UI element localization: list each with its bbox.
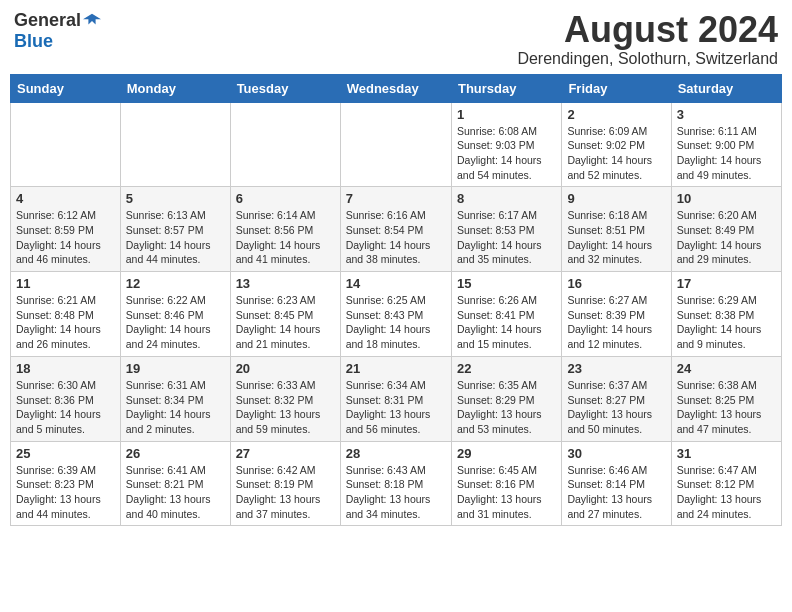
day-info: Sunrise: 6:42 AM Sunset: 8:19 PM Dayligh… [236,463,335,522]
day-info: Sunrise: 6:45 AM Sunset: 8:16 PM Dayligh… [457,463,556,522]
day-number: 27 [236,446,335,461]
calendar-cell: 28Sunrise: 6:43 AM Sunset: 8:18 PM Dayli… [340,441,451,526]
calendar-cell: 20Sunrise: 6:33 AM Sunset: 8:32 PM Dayli… [230,356,340,441]
day-number: 25 [16,446,115,461]
calendar-day-header: Saturday [671,74,781,102]
day-number: 16 [567,276,665,291]
day-info: Sunrise: 6:31 AM Sunset: 8:34 PM Dayligh… [126,378,225,437]
day-number: 23 [567,361,665,376]
calendar-cell: 31Sunrise: 6:47 AM Sunset: 8:12 PM Dayli… [671,441,781,526]
calendar-cell: 27Sunrise: 6:42 AM Sunset: 8:19 PM Dayli… [230,441,340,526]
calendar-week-row: 11Sunrise: 6:21 AM Sunset: 8:48 PM Dayli… [11,272,782,357]
day-number: 7 [346,191,446,206]
calendar-cell: 3Sunrise: 6:11 AM Sunset: 9:00 PM Daylig… [671,102,781,187]
day-info: Sunrise: 6:18 AM Sunset: 8:51 PM Dayligh… [567,208,665,267]
calendar-cell: 4Sunrise: 6:12 AM Sunset: 8:59 PM Daylig… [11,187,121,272]
calendar-cell: 5Sunrise: 6:13 AM Sunset: 8:57 PM Daylig… [120,187,230,272]
day-number: 8 [457,191,556,206]
calendar-day-header: Tuesday [230,74,340,102]
calendar-body: 1Sunrise: 6:08 AM Sunset: 9:03 PM Daylig… [11,102,782,526]
calendar-cell: 25Sunrise: 6:39 AM Sunset: 8:23 PM Dayli… [11,441,121,526]
calendar-day-header: Wednesday [340,74,451,102]
calendar-cell [120,102,230,187]
calendar-cell: 24Sunrise: 6:38 AM Sunset: 8:25 PM Dayli… [671,356,781,441]
calendar-day-header: Thursday [451,74,561,102]
day-info: Sunrise: 6:12 AM Sunset: 8:59 PM Dayligh… [16,208,115,267]
calendar-cell: 10Sunrise: 6:20 AM Sunset: 8:49 PM Dayli… [671,187,781,272]
calendar-cell: 14Sunrise: 6:25 AM Sunset: 8:43 PM Dayli… [340,272,451,357]
day-number: 30 [567,446,665,461]
month-title: August 2024 [517,10,778,50]
calendar-cell: 21Sunrise: 6:34 AM Sunset: 8:31 PM Dayli… [340,356,451,441]
day-number: 24 [677,361,776,376]
day-info: Sunrise: 6:11 AM Sunset: 9:00 PM Dayligh… [677,124,776,183]
calendar-cell: 1Sunrise: 6:08 AM Sunset: 9:03 PM Daylig… [451,102,561,187]
calendar-header-row: SundayMondayTuesdayWednesdayThursdayFrid… [11,74,782,102]
calendar-cell: 23Sunrise: 6:37 AM Sunset: 8:27 PM Dayli… [562,356,671,441]
day-info: Sunrise: 6:46 AM Sunset: 8:14 PM Dayligh… [567,463,665,522]
calendar-cell: 18Sunrise: 6:30 AM Sunset: 8:36 PM Dayli… [11,356,121,441]
day-number: 26 [126,446,225,461]
calendar-day-header: Friday [562,74,671,102]
calendar-cell [230,102,340,187]
day-info: Sunrise: 6:13 AM Sunset: 8:57 PM Dayligh… [126,208,225,267]
calendar-cell: 7Sunrise: 6:16 AM Sunset: 8:54 PM Daylig… [340,187,451,272]
logo-general-text: General [14,10,81,31]
calendar-cell [340,102,451,187]
day-number: 10 [677,191,776,206]
day-info: Sunrise: 6:30 AM Sunset: 8:36 PM Dayligh… [16,378,115,437]
logo-blue-text: Blue [14,31,53,52]
calendar-cell: 12Sunrise: 6:22 AM Sunset: 8:46 PM Dayli… [120,272,230,357]
day-number: 18 [16,361,115,376]
day-number: 29 [457,446,556,461]
day-number: 21 [346,361,446,376]
day-info: Sunrise: 6:27 AM Sunset: 8:39 PM Dayligh… [567,293,665,352]
day-info: Sunrise: 6:23 AM Sunset: 8:45 PM Dayligh… [236,293,335,352]
day-info: Sunrise: 6:47 AM Sunset: 8:12 PM Dayligh… [677,463,776,522]
day-number: 31 [677,446,776,461]
calendar-day-header: Sunday [11,74,121,102]
day-number: 4 [16,191,115,206]
day-info: Sunrise: 6:38 AM Sunset: 8:25 PM Dayligh… [677,378,776,437]
day-info: Sunrise: 6:14 AM Sunset: 8:56 PM Dayligh… [236,208,335,267]
day-number: 1 [457,107,556,122]
day-number: 5 [126,191,225,206]
day-info: Sunrise: 6:26 AM Sunset: 8:41 PM Dayligh… [457,293,556,352]
day-info: Sunrise: 6:35 AM Sunset: 8:29 PM Dayligh… [457,378,556,437]
day-info: Sunrise: 6:39 AM Sunset: 8:23 PM Dayligh… [16,463,115,522]
day-info: Sunrise: 6:37 AM Sunset: 8:27 PM Dayligh… [567,378,665,437]
title-area: August 2024 Derendingen, Solothurn, Swit… [517,10,778,68]
day-info: Sunrise: 6:16 AM Sunset: 8:54 PM Dayligh… [346,208,446,267]
calendar-cell: 6Sunrise: 6:14 AM Sunset: 8:56 PM Daylig… [230,187,340,272]
day-number: 12 [126,276,225,291]
calendar-week-row: 4Sunrise: 6:12 AM Sunset: 8:59 PM Daylig… [11,187,782,272]
day-number: 2 [567,107,665,122]
calendar-cell [11,102,121,187]
day-number: 11 [16,276,115,291]
calendar-cell: 13Sunrise: 6:23 AM Sunset: 8:45 PM Dayli… [230,272,340,357]
day-info: Sunrise: 6:43 AM Sunset: 8:18 PM Dayligh… [346,463,446,522]
day-number: 28 [346,446,446,461]
day-number: 22 [457,361,556,376]
calendar-cell: 26Sunrise: 6:41 AM Sunset: 8:21 PM Dayli… [120,441,230,526]
calendar-cell: 9Sunrise: 6:18 AM Sunset: 8:51 PM Daylig… [562,187,671,272]
day-number: 3 [677,107,776,122]
day-number: 14 [346,276,446,291]
calendar-cell: 17Sunrise: 6:29 AM Sunset: 8:38 PM Dayli… [671,272,781,357]
calendar-table: SundayMondayTuesdayWednesdayThursdayFrid… [10,74,782,527]
calendar-cell: 8Sunrise: 6:17 AM Sunset: 8:53 PM Daylig… [451,187,561,272]
day-info: Sunrise: 6:21 AM Sunset: 8:48 PM Dayligh… [16,293,115,352]
day-info: Sunrise: 6:17 AM Sunset: 8:53 PM Dayligh… [457,208,556,267]
calendar-cell: 19Sunrise: 6:31 AM Sunset: 8:34 PM Dayli… [120,356,230,441]
calendar-week-row: 18Sunrise: 6:30 AM Sunset: 8:36 PM Dayli… [11,356,782,441]
day-info: Sunrise: 6:22 AM Sunset: 8:46 PM Dayligh… [126,293,225,352]
day-info: Sunrise: 6:20 AM Sunset: 8:49 PM Dayligh… [677,208,776,267]
day-info: Sunrise: 6:25 AM Sunset: 8:43 PM Dayligh… [346,293,446,352]
day-number: 15 [457,276,556,291]
day-info: Sunrise: 6:34 AM Sunset: 8:31 PM Dayligh… [346,378,446,437]
day-info: Sunrise: 6:08 AM Sunset: 9:03 PM Dayligh… [457,124,556,183]
day-info: Sunrise: 6:41 AM Sunset: 8:21 PM Dayligh… [126,463,225,522]
logo: General Blue [14,10,101,52]
calendar-day-header: Monday [120,74,230,102]
day-number: 6 [236,191,335,206]
